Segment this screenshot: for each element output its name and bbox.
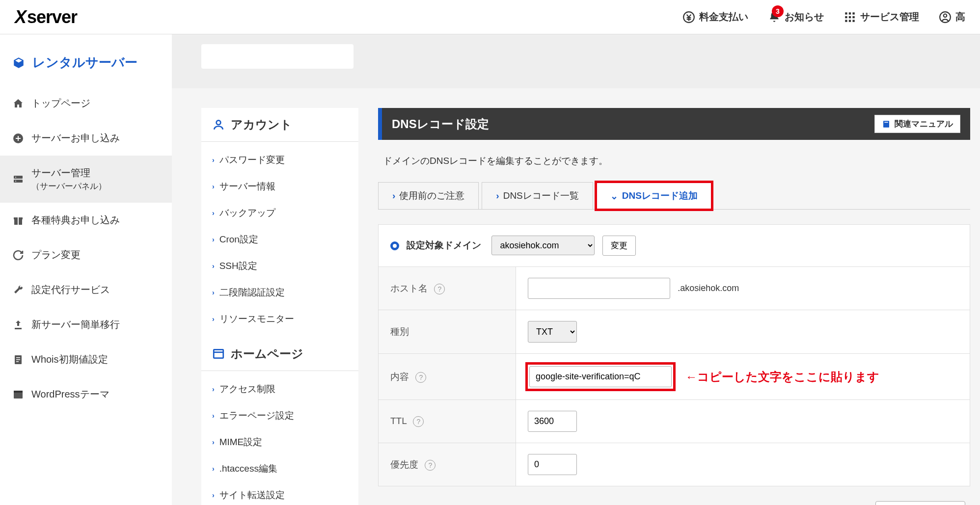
tab-record-add[interactable]: ⌄DNSレコード追加 (596, 182, 712, 210)
content-highlight-box (528, 365, 673, 389)
mid-panel: アカウント ›パスワード変更 ›サーバー情報 ›バックアップ ›Cron設定 ›… (201, 108, 358, 505)
svg-point-26 (217, 120, 221, 125)
svg-rect-21 (16, 357, 20, 358)
panel-item-access-limit[interactable]: ›アクセス制限 (201, 376, 358, 402)
person-icon (212, 118, 225, 131)
gift-icon (12, 214, 24, 226)
sidebar-item-whois[interactable]: Whois初期値設定 (0, 342, 172, 377)
panel-item-htaccess[interactable]: ›.htaccess編集 (201, 455, 358, 482)
nav-payment[interactable]: 料金支払い (682, 10, 748, 24)
content-input[interactable] (529, 366, 672, 387)
panel-item-password[interactable]: ›パスワード変更 (201, 147, 358, 173)
sidebar-item-benefits[interactable]: 各種特典お申し込み (0, 203, 172, 238)
sidebar-title[interactable]: レンタルサーバー (0, 49, 172, 86)
logo[interactable]: Xserver (15, 7, 77, 27)
panel-item-2fa[interactable]: ›二段階認証設定 (201, 279, 358, 306)
document-icon (12, 354, 24, 366)
window-icon (212, 347, 225, 360)
panel-item-cron[interactable]: ›Cron設定 (201, 226, 358, 253)
help-icon[interactable]: ? (425, 460, 436, 471)
content-label: 内容 (390, 372, 409, 382)
hostname-input[interactable] (528, 278, 670, 299)
bottom-btn-area: 確認画面へ進む (378, 486, 970, 505)
row-content: 内容 ? ←コピーした文字をここに貼ります (379, 354, 970, 400)
panel-item-mime[interactable]: ›MIME設定 (201, 429, 358, 455)
svg-rect-22 (16, 359, 20, 360)
priority-input[interactable] (528, 454, 577, 475)
chevron-right-icon: › (212, 438, 215, 446)
plus-circle-icon (12, 133, 24, 144)
top-bar: Xserver 料金支払い 3 お知らせ サービス管理 高 (0, 0, 980, 34)
yen-icon (682, 11, 695, 24)
svg-rect-2 (849, 12, 851, 14)
panel-item-redirect[interactable]: ›サイト転送設定 (201, 482, 358, 505)
panel-item-ssh[interactable]: ›SSH設定 (201, 253, 358, 279)
row-hostname: ホスト名 ? .akosiehok.com (379, 267, 970, 310)
svg-rect-19 (18, 217, 19, 225)
panel-header-account: アカウント (201, 108, 358, 142)
chevron-down-icon: ⌄ (610, 190, 618, 202)
panel-item-backup[interactable]: ›バックアップ (201, 200, 358, 226)
manual-button[interactable]: 関連マニュアル (874, 115, 960, 133)
row-target-domain: 設定対象ドメイン akosiehok.com 変更 (379, 225, 970, 267)
confirm-button[interactable]: 確認画面へ進む (875, 501, 965, 505)
sidebar-item-plan[interactable]: プラン変更 (0, 238, 172, 272)
form-table: 設定対象ドメイン akosiehok.com 変更 ホスト名 ? (378, 224, 970, 486)
panel-item-serverinfo[interactable]: ›サーバー情報 (201, 173, 358, 200)
help-icon[interactable]: ? (415, 372, 426, 383)
svg-point-16 (15, 181, 16, 182)
svg-point-11 (944, 14, 947, 17)
tab-notice[interactable]: ›使用前のご注意 (378, 182, 479, 209)
page-title-bar: DNSレコード設定 関連マニュアル (378, 108, 970, 140)
sidebar-item-wordpress[interactable]: WordPressテーマ (0, 377, 172, 412)
chevron-right-icon: › (212, 412, 215, 420)
nav-notice[interactable]: 3 お知らせ (768, 10, 824, 24)
type-select[interactable]: TXT (528, 321, 577, 343)
nav-user[interactable]: 高 (939, 10, 965, 24)
sidebar-item-server-apply[interactable]: サーバーお申し込み (0, 121, 172, 156)
svg-rect-5 (849, 16, 851, 18)
svg-rect-3 (852, 12, 854, 14)
svg-rect-1 (845, 12, 847, 14)
sidebar-item-migration[interactable]: 新サーバー簡単移行 (0, 307, 172, 342)
sidebar-item-proxy-setup[interactable]: 設定代行サービス (0, 272, 172, 307)
change-button[interactable]: 変更 (602, 236, 636, 256)
row-type: 種別 TXT (379, 310, 970, 354)
chevron-right-icon: › (212, 209, 215, 217)
server-3d-icon (12, 56, 25, 69)
panel-item-resource[interactable]: ›リソースモニター (201, 306, 358, 332)
row-ttl: TTL ? (379, 400, 970, 443)
nav-service-mgmt[interactable]: サービス管理 (844, 10, 919, 24)
chevron-right-icon: › (212, 315, 215, 323)
svg-rect-4 (845, 16, 847, 18)
svg-rect-6 (852, 16, 854, 18)
left-sidebar: レンタルサーバー トップページ サーバーお申し込み サーバー管理 （サーバーパネ… (0, 34, 172, 505)
svg-rect-8 (849, 20, 851, 22)
sidebar-item-top[interactable]: トップページ (0, 86, 172, 121)
panel-item-error-page[interactable]: ›エラーページ設定 (201, 402, 358, 429)
chevron-right-icon: › (212, 262, 215, 270)
radio-icon (390, 241, 399, 250)
svg-point-15 (15, 177, 16, 178)
chevron-right-icon: › (212, 156, 215, 164)
svg-rect-27 (214, 349, 223, 358)
user-icon (939, 11, 952, 24)
top-nav: 料金支払い 3 お知らせ サービス管理 高 (682, 10, 965, 24)
chevron-right-icon: › (392, 190, 395, 201)
chevron-right-icon: › (212, 465, 215, 473)
ttl-input[interactable] (528, 411, 577, 432)
svg-rect-23 (16, 361, 19, 362)
help-icon[interactable]: ? (434, 284, 445, 294)
server-icon (12, 173, 24, 185)
sidebar-item-server-mgmt[interactable]: サーバー管理 （サーバーパネル） (0, 156, 172, 203)
search-stub[interactable] (201, 44, 354, 69)
window-icon (12, 389, 24, 400)
domain-select[interactable]: akosiehok.com (491, 236, 595, 255)
target-domain-label: 設定対象ドメイン (407, 240, 481, 250)
priority-label: 優先度 (390, 459, 418, 470)
svg-rect-29 (883, 121, 889, 128)
svg-rect-30 (884, 122, 888, 123)
tab-record-list[interactable]: ›DNSレコード一覧 (482, 182, 593, 209)
help-icon[interactable]: ? (413, 416, 424, 427)
wrench-icon (12, 284, 24, 296)
